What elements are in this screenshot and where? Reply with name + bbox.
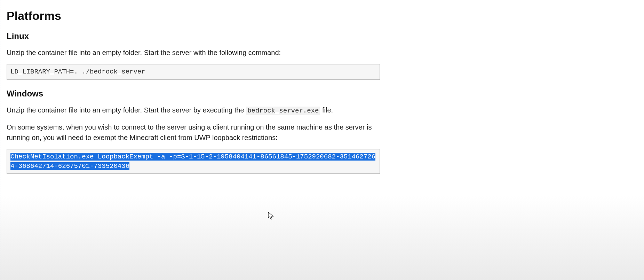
bedrock-exe-name: bedrock_server.exe	[246, 107, 320, 115]
windows-intro-pre: Unzip the container file into an empty f…	[7, 106, 246, 114]
windows-intro-text: Unzip the container file into an empty f…	[7, 105, 380, 116]
windows-command-block[interactable]: CheckNetIsolation.exe LoopbackExempt -a …	[7, 149, 380, 174]
linux-command-block[interactable]: LD_LIBRARY_PATH=. ./bedrock_server	[7, 64, 380, 80]
page-title: Platforms	[7, 9, 380, 23]
linux-intro-text: Unzip the container file into an empty f…	[7, 47, 380, 58]
linux-command-text: LD_LIBRARY_PATH=. ./bedrock_server	[10, 68, 145, 76]
windows-intro-post: file.	[320, 106, 333, 114]
windows-loopback-note: On some systems, when you wish to connec…	[7, 122, 380, 143]
windows-command-text: CheckNetIsolation.exe LoopbackExempt -a …	[10, 153, 375, 170]
section-heading-windows: Windows	[7, 89, 380, 99]
section-heading-linux: Linux	[7, 31, 380, 41]
document-page: Platforms Linux Unzip the container file…	[0, 0, 386, 280]
